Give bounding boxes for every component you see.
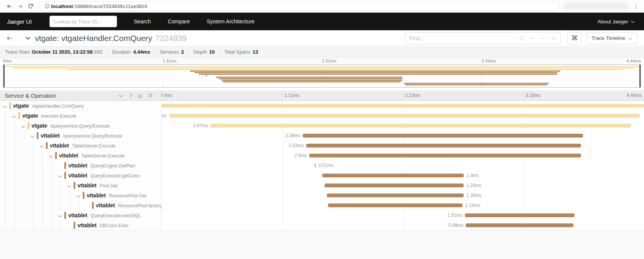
nav-item-compare[interactable]: Compare	[168, 18, 190, 25]
expand-chevron-icon[interactable]	[31, 134, 34, 138]
span-bar[interactable]	[324, 184, 464, 187]
browser-menu-icon[interactable]: ⋮	[632, 3, 640, 10]
trace-summary-bar: Trace Start October 11 2020, 13:22:56 .5…	[0, 46, 644, 58]
indent-guide	[5, 190, 6, 200]
trace-collapse-toggle[interactable]	[25, 35, 31, 41]
span-timeline-cell[interactable]: 1.3ms	[161, 170, 644, 180]
find-input[interactable]	[405, 35, 516, 41]
operation-name: QueryExecutor.execSQL	[91, 213, 141, 218]
span-timeline-cell[interactable]: 1.24ms	[161, 200, 644, 210]
prev-match-icon[interactable]	[527, 33, 538, 44]
keyboard-shortcuts-button[interactable]: ⌘	[567, 32, 582, 44]
span-tree-cell[interactable]: vttabletQueryEngine.GetPlan	[0, 161, 161, 170]
nav-item-search[interactable]: Search	[134, 18, 151, 25]
expand-chevron-icon[interactable]	[77, 194, 80, 197]
expand-chevron-icon[interactable]	[58, 174, 61, 177]
site-info-icon[interactable]	[43, 1, 51, 11]
span-bar[interactable]	[303, 134, 583, 138]
span-bar[interactable]	[322, 174, 463, 177]
span-timeline-cell[interactable]: 4.44ms	[161, 101, 644, 111]
expand-chevron-icon[interactable]	[40, 144, 43, 148]
trace-view-selector[interactable]: Trace Timeline	[586, 32, 637, 44]
expand-chevron-icon[interactable]	[58, 214, 61, 217]
span-bar[interactable]	[210, 124, 631, 128]
span-tree-cell[interactable]: vtgate/queryservice.Query/Execute	[0, 121, 161, 131]
browser-reload-icon[interactable]	[25, 1, 36, 11]
span-tree-cell[interactable]: vttabletQueryExecutor.getConn	[0, 170, 161, 180]
span-timeline-cell[interactable]: 0.01ms	[161, 161, 644, 170]
indent-guide	[15, 151, 15, 161]
expand-chevron-icon[interactable]	[12, 115, 15, 118]
span-timeline-cell[interactable]: 3.87ms	[161, 121, 644, 131]
span-row[interactable]: vttabletQueryEngine.GetPlan 0.01ms	[0, 161, 644, 170]
span-timeline-cell[interactable]: 0.99ms	[161, 220, 644, 230]
span-row[interactable]: vttabletTabletServer.Execute 2.5ms	[0, 151, 644, 161]
minimap-right-scrubber[interactable]	[639, 65, 641, 87]
expand-chevron-icon[interactable]	[68, 184, 71, 187]
span-bar[interactable]	[466, 223, 573, 227]
url-bar[interactable]: localhost:16686/trace/7224839c11ae4810	[38, 2, 560, 11]
nav-item-system-architecture[interactable]: System Architecture	[207, 18, 255, 25]
span-bar[interactable]	[328, 203, 463, 207]
span-tree-cell[interactable]: vtgatevtgateHandler.ComQuery	[0, 101, 161, 111]
span-row[interactable]: vttablet/queryservice.Query/Execute 2.58…	[0, 131, 644, 141]
span-tree-cell[interactable]: vttabletResourcePool.factory	[0, 200, 161, 210]
span-row[interactable]: vttabletResourcePool.Get 1.26ms	[0, 190, 644, 200]
expand-one-icon[interactable]	[128, 93, 132, 97]
browser-forward-icon[interactable]	[15, 1, 25, 11]
minimap-left-scrubber[interactable]	[3, 65, 5, 87]
span-bar[interactable]	[309, 154, 581, 157]
span-bar[interactable]	[169, 114, 640, 118]
span-tree-cell[interactable]: vttabletTabletServer.Execute	[0, 151, 161, 161]
span-bar[interactable]	[306, 144, 581, 148]
span-tree-cell[interactable]: vtgateexecutor.Execute	[0, 111, 161, 121]
trace-minimap[interactable]	[3, 64, 641, 88]
span-timeline-cell[interactable]: 2.5ms	[161, 151, 644, 161]
indent-guide	[42, 190, 43, 200]
span-row[interactable]: vttabletTabletServer.Execute 2.53ms	[0, 141, 644, 151]
span-timeline-cell[interactable]: 1.01ms	[161, 210, 644, 220]
span-row[interactable]: vttabletResourcePool.factory 1.24ms	[0, 200, 644, 210]
collapse-all-icon[interactable]	[138, 93, 142, 97]
span-row[interactable]: vttabletQueryExecutor.execSQL 1.01ms	[0, 210, 644, 220]
span-tree-cell[interactable]: vttablet/queryservice.Query/Execute	[0, 131, 161, 141]
expand-chevron-icon[interactable]	[3, 105, 6, 108]
minimap-span-bar	[222, 80, 402, 81]
span-timeline-cell[interactable]: 4.33ms	[161, 111, 644, 121]
indent-guide	[33, 220, 33, 230]
span-tree-cell[interactable]: vttabletTabletServer.Execute	[0, 141, 161, 151]
expand-chevron-icon[interactable]	[21, 125, 25, 128]
span-timeline-cell[interactable]: 2.58ms	[161, 131, 644, 141]
back-button[interactable]	[0, 30, 19, 46]
expand-all-icon[interactable]	[148, 93, 152, 97]
browser-back-icon[interactable]	[4, 1, 15, 11]
span-tree-cell[interactable]: vttabletResourcePool.Get	[0, 190, 161, 200]
service-name: vtgateexecutor.Execute	[22, 113, 76, 119]
expand-chevron-icon[interactable]	[49, 154, 52, 157]
span-row[interactable]: vtgatevtgateHandler.ComQuery 4.44ms	[0, 101, 644, 111]
span-row[interactable]: vttabletPool.Get 1.28ms	[0, 180, 644, 190]
indent-guide	[51, 200, 52, 210]
span-tree-cell[interactable]: vttabletDBConn.Exec	[0, 220, 161, 230]
trace-lookup-input[interactable]	[49, 16, 117, 27]
span-tree-cell[interactable]: vttabletQueryExecutor.execSQL	[0, 210, 161, 220]
span-bar[interactable]	[161, 104, 644, 108]
next-match-icon[interactable]	[538, 33, 548, 44]
focus-match-icon[interactable]	[516, 33, 527, 44]
span-timeline-cell[interactable]: 2.53ms	[161, 141, 644, 151]
about-jaeger-menu[interactable]: About Jaeger	[598, 19, 635, 25]
span-row[interactable]: vttabletQueryExecutor.getConn 1.3ms	[0, 170, 644, 180]
span-row[interactable]: vttabletDBConn.Exec 0.99ms	[0, 220, 644, 230]
span-row[interactable]: vtgate/queryservice.Query/Execute 3.87ms	[0, 121, 644, 131]
span-bar[interactable]	[327, 193, 464, 197]
operation-name: DBConn.Exec	[100, 223, 128, 228]
jaeger-logo[interactable]: Jaeger UI	[7, 18, 32, 25]
span-tree-cell[interactable]: vttabletPool.Get	[0, 180, 161, 190]
span-row[interactable]: vtgateexecutor.Execute 4.33ms	[0, 111, 644, 121]
collapse-one-icon[interactable]	[119, 93, 123, 97]
span-bar[interactable]	[315, 164, 316, 167]
span-bar[interactable]	[465, 213, 575, 217]
clear-find-icon[interactable]	[548, 33, 559, 44]
span-timeline-cell[interactable]: 1.28ms	[161, 180, 644, 190]
span-timeline-cell[interactable]: 1.26ms	[161, 190, 644, 200]
